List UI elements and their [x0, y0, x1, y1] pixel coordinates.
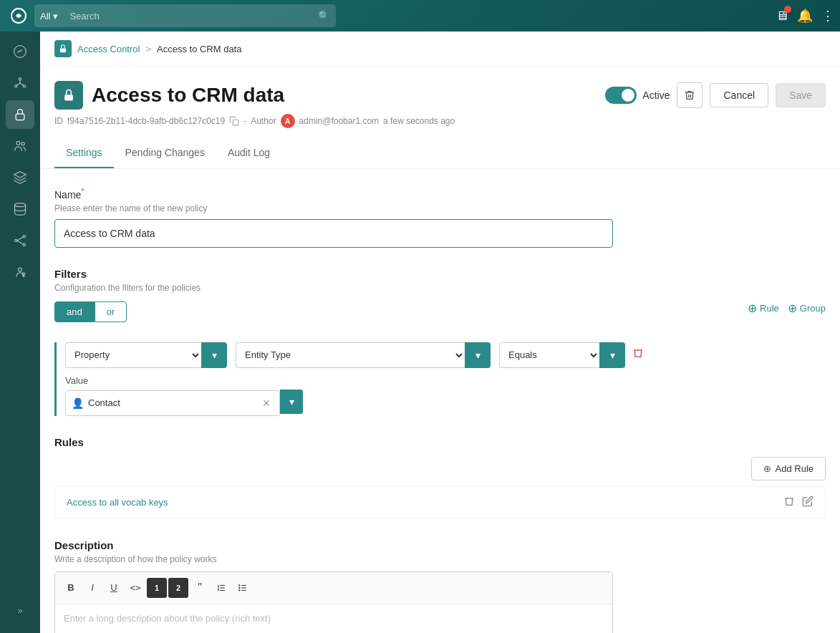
form-content: Name* Please enter the name of the new p… [40, 169, 840, 633]
blockquote-button[interactable]: " [190, 578, 210, 598]
sidebar-item-database[interactable] [6, 195, 34, 223]
filter-container: Property ▾ Entity Type ▾ Equal [54, 342, 826, 416]
add-rule-btn-label: Add Rule [776, 463, 814, 474]
search-area: All ▾ 🔍 [34, 4, 336, 27]
filter-row: Property ▾ Entity Type ▾ Equal [65, 342, 826, 368]
value-input[interactable] [88, 397, 262, 408]
page-header-left: Access to CRM data [54, 81, 284, 110]
entity-type-dropdown-btn[interactable]: ▾ [465, 342, 491, 368]
plus-circle-group-icon: ⊕ [788, 301, 797, 315]
plus-circle-icon: ⊕ [748, 301, 757, 315]
logo[interactable] [6, 0, 32, 32]
rule-delete-button[interactable] [783, 496, 795, 510]
logic-and-button[interactable]: and [54, 301, 95, 322]
ordered-list-button[interactable] [211, 578, 231, 598]
code-button[interactable]: <> [125, 578, 145, 598]
bold-button[interactable]: B [61, 578, 81, 598]
copy-icon[interactable] [229, 116, 239, 126]
property-dropdown-btn[interactable]: ▾ [201, 342, 227, 368]
breadcrumb: Access Control > Access to CRM data [40, 32, 840, 67]
sidebar-item-nodes[interactable] [6, 69, 34, 97]
delete-button[interactable] [677, 82, 703, 108]
monitor-badge [784, 6, 791, 13]
filters-section: Filters Configuration the filters for th… [54, 268, 826, 416]
value-clear-button[interactable]: ✕ [262, 397, 271, 409]
svg-point-18 [22, 273, 24, 275]
value-row: Value 👤 ✕ ▾ [65, 375, 826, 416]
name-input[interactable] [54, 219, 613, 248]
expand-sidebar[interactable]: » [11, 599, 28, 622]
sidebar-item-dashboard[interactable] [6, 37, 34, 66]
svg-line-7 [20, 83, 24, 85]
rules-title: Rules [54, 436, 826, 448]
svg-point-9 [16, 141, 20, 145]
sidebar-item-users[interactable] [6, 132, 34, 160]
breadcrumb-icon [54, 40, 72, 57]
rich-text-toolbar: B I U <> 1 2 " [55, 572, 612, 604]
sidebar-item-tools[interactable] [6, 163, 34, 192]
svg-point-30 [239, 590, 240, 591]
add-rule-action-button[interactable]: ⊕ Add Rule [751, 457, 826, 480]
heading1-button[interactable]: 1 [147, 578, 167, 598]
logic-buttons: and or [54, 301, 127, 322]
equals-dropdown-btn[interactable]: ▾ [599, 342, 625, 368]
active-label: Active [642, 90, 670, 101]
breadcrumb-parent-link[interactable]: Access Control [77, 44, 140, 54]
active-toggle-wrapper: Active [605, 87, 670, 104]
italic-button[interactable]: I [82, 578, 102, 598]
save-button[interactable]: Save [776, 83, 826, 107]
name-section: Name* Please enter the name of the new p… [54, 186, 826, 248]
rule-item: Access to all vocab keys [54, 486, 826, 519]
tab-pending-changes[interactable]: Pending Changes [114, 138, 216, 168]
record-id: f94a7516-2b11-4dcb-9afb-db6c127c0c19 [67, 116, 225, 126]
svg-rect-20 [64, 95, 73, 100]
svg-point-12 [15, 239, 17, 241]
tab-audit-log[interactable]: Audit Log [216, 138, 281, 168]
add-rule-button[interactable]: ⊕ Rule [748, 301, 779, 315]
equals-select[interactable]: Equals [499, 342, 599, 368]
value-dropdown-btn[interactable]: ▾ [280, 390, 303, 414]
sidebar-item-security[interactable] [6, 100, 34, 129]
tab-settings[interactable]: Settings [54, 138, 114, 168]
svg-rect-21 [233, 120, 238, 125]
active-toggle[interactable] [605, 87, 637, 104]
rules-header-row: Rules ⊕ Add Rule [54, 436, 826, 480]
avatar: A [281, 114, 295, 128]
svg-line-15 [17, 237, 23, 241]
bell-icon[interactable]: 🔔 [797, 8, 813, 24]
add-group-label: Group [800, 303, 826, 314]
filters-title: Filters [54, 268, 826, 280]
add-group-button[interactable]: ⊕ Group [788, 301, 826, 315]
svg-point-2 [19, 78, 21, 80]
svg-line-16 [17, 241, 23, 244]
sidebar-item-graph[interactable] [6, 226, 34, 255]
property-select[interactable]: Property [65, 342, 201, 368]
logic-or-button[interactable]: or [95, 301, 127, 322]
plus-circle-rule-icon: ⊕ [763, 463, 771, 474]
sidebar: » [0, 32, 40, 633]
entity-type-select[interactable]: Entity Type [236, 342, 465, 368]
value-input-wrapper: 👤 ✕ [65, 390, 280, 416]
tabs: Settings Pending Changes Audit Log [40, 138, 840, 169]
sidebar-bottom: » [11, 599, 28, 633]
filter-delete-button[interactable] [629, 344, 647, 365]
page-header: Access to CRM data Active Cancel Save [40, 67, 840, 110]
name-hint: Please enter the name of the new policy [54, 203, 826, 213]
author-dash: - [243, 116, 246, 126]
cancel-button[interactable]: Cancel [710, 83, 768, 107]
property-select-wrapper: Property ▾ [65, 342, 227, 368]
menu-icon[interactable]: ⋮ [821, 8, 834, 24]
svg-point-28 [239, 585, 240, 586]
rule-item-text[interactable]: Access to all vocab keys [67, 497, 168, 508]
heading2-button[interactable]: 2 [168, 578, 188, 598]
unordered-list-button[interactable] [233, 578, 253, 598]
search-input[interactable] [69, 11, 318, 21]
monitor-icon[interactable]: 🖥 [776, 9, 788, 24]
page-header-right: Active Cancel Save [605, 82, 826, 108]
search-type-select[interactable]: All ▾ [34, 4, 64, 27]
description-textarea[interactable]: Enter a long description about the polic… [55, 604, 612, 633]
underline-button[interactable]: U [104, 578, 124, 598]
svg-point-11 [15, 203, 26, 207]
sidebar-item-admin[interactable] [6, 258, 34, 286]
rule-edit-button[interactable] [802, 496, 814, 510]
